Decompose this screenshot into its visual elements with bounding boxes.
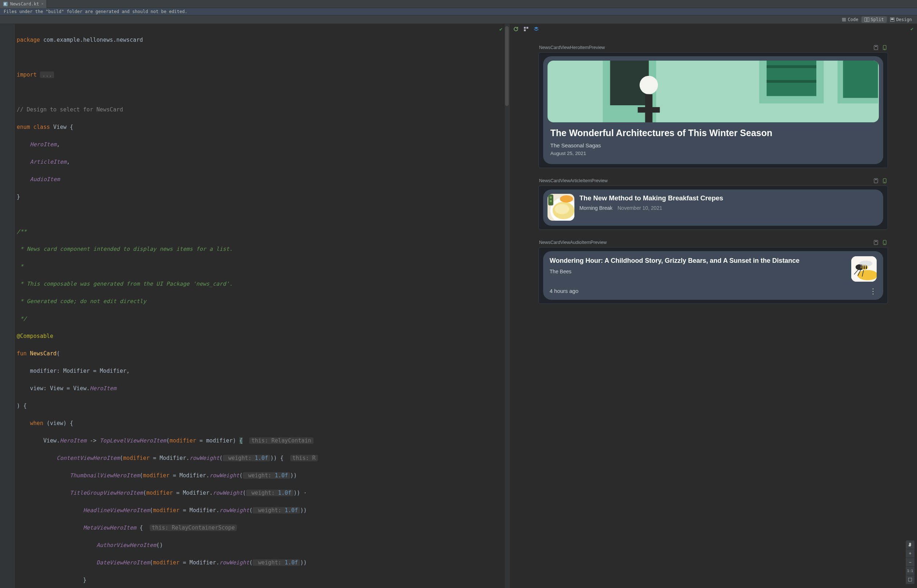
hero-author: The Seasonal Sagas (551, 142, 876, 149)
editor-tab[interactable]: NewsCard.kt × (0, 0, 47, 8)
mode-split[interactable]: Split (862, 16, 887, 23)
audio-time: 4 hours ago (550, 288, 578, 294)
svg-point-53 (859, 261, 872, 267)
mode-design-label: Design (896, 17, 912, 22)
layers-icon[interactable] (533, 26, 539, 32)
svg-rect-5 (524, 27, 526, 29)
svg-point-24 (640, 76, 658, 94)
preview-audio: NewsCardViewAudioItemPreview Wondering H… (538, 240, 888, 304)
deploy-preview-icon[interactable] (873, 178, 878, 183)
kotlin-file-icon (3, 2, 8, 6)
editor-scrollthumb[interactable] (505, 26, 509, 106)
svg-rect-40 (875, 241, 876, 242)
svg-rect-26 (638, 107, 660, 113)
code-editor[interactable]: ✔ package com.example.hellonews.newscard… (0, 24, 509, 588)
hero-thumbnail (548, 61, 879, 122)
zoom-in[interactable]: + (906, 549, 914, 558)
code-content[interactable]: package com.example.hellonews.newscard i… (15, 24, 509, 588)
svg-rect-7 (524, 29, 526, 31)
editor-scrollbar[interactable] (505, 24, 509, 588)
svg-rect-1 (864, 18, 866, 21)
svg-rect-8 (874, 45, 878, 50)
svg-point-35 (560, 195, 573, 202)
svg-point-42 (884, 244, 885, 244)
svg-rect-54 (909, 578, 912, 582)
audio-author: The Bees (550, 268, 846, 275)
svg-rect-4 (891, 18, 893, 19)
hero-date: August 25, 2021 (551, 151, 876, 156)
svg-rect-2 (867, 18, 869, 21)
preview-audio-title: NewsCardViewAudioItemPreview (539, 240, 607, 245)
audio-card[interactable]: Wondering Hour: A Childhood Story, Grizz… (543, 251, 883, 300)
svg-rect-27 (874, 179, 878, 183)
deploy-preview-icon[interactable] (873, 45, 878, 50)
svg-point-37 (550, 196, 552, 199)
svg-rect-12 (548, 61, 879, 122)
article-author: Morning Break (580, 205, 612, 211)
notice-text: Files under the "build" folder are gener… (4, 9, 188, 14)
split-mode-icon (864, 17, 869, 22)
compose-preview-pane: ✔ NewsCardViewHeroItemPreview (509, 24, 917, 588)
editor-tab-bar: NewsCard.kt × (0, 0, 917, 8)
more-menu-icon[interactable]: ⋮ (869, 288, 876, 295)
animation-preview-icon[interactable] (882, 45, 887, 50)
preview-hero-title: NewsCardViewHeroItemPreview (539, 45, 605, 50)
mode-code[interactable]: Code (839, 16, 862, 23)
generated-file-notice: Files under the "build" folder are gener… (0, 8, 917, 16)
preview-toolbar (509, 24, 917, 34)
tab-filename: NewsCard.kt (10, 2, 39, 6)
design-mode-icon (890, 17, 895, 22)
article-date: November 10, 2021 (617, 205, 662, 211)
animation-preview-icon[interactable] (882, 178, 887, 183)
svg-point-38 (550, 200, 552, 202)
hero-card[interactable]: The Wonderful Architectures of This Wint… (543, 56, 883, 164)
audio-headline: Wondering Hour: A Childhood Story, Grizz… (550, 256, 846, 265)
editor-gutter (0, 24, 15, 588)
inspection-ok-icon: ✔ (499, 26, 502, 32)
hero-headline: The Wonderful Architectures of This Wint… (551, 128, 876, 139)
svg-rect-23 (843, 61, 878, 98)
zoom-out[interactable]: − (906, 558, 914, 567)
view-mode-bar: Code Split Design (0, 16, 917, 24)
deploy-preview-icon[interactable] (873, 240, 878, 245)
article-card[interactable]: The New Method to Making Breakfast Crepe… (543, 189, 883, 226)
svg-point-11 (884, 48, 885, 49)
svg-rect-39 (874, 240, 878, 245)
code-mode-icon (841, 17, 847, 22)
preview-article-title: NewsCardViewArticleItemPreview (539, 178, 608, 183)
animation-preview-icon[interactable] (882, 240, 887, 245)
svg-point-34 (555, 204, 569, 214)
zoom-reset[interactable]: 1:1 (906, 567, 914, 575)
zoom-controls: + − 1:1 (906, 540, 915, 584)
refresh-icon[interactable] (513, 26, 519, 32)
interactive-mode-icon[interactable] (523, 26, 529, 32)
mode-split-label: Split (871, 17, 884, 22)
mode-design[interactable]: Design (887, 16, 915, 23)
preview-article: NewsCardViewArticleItemPreview (538, 178, 888, 230)
article-headline: The New Method to Making Breakfast Crepe… (580, 194, 876, 202)
pan-tool[interactable] (906, 540, 914, 549)
svg-rect-9 (875, 46, 876, 47)
svg-rect-28 (875, 179, 876, 180)
zoom-fit[interactable] (906, 575, 914, 584)
close-tab-icon[interactable]: × (41, 2, 44, 6)
mode-code-label: Code (848, 17, 859, 22)
preview-hero: NewsCardViewHeroItemPreview (538, 45, 888, 168)
article-thumbnail (548, 194, 574, 221)
svg-point-30 (884, 182, 885, 183)
audio-thumbnail (851, 256, 876, 282)
preview-ok-icon: ✔ (911, 26, 913, 32)
svg-rect-6 (527, 27, 528, 29)
